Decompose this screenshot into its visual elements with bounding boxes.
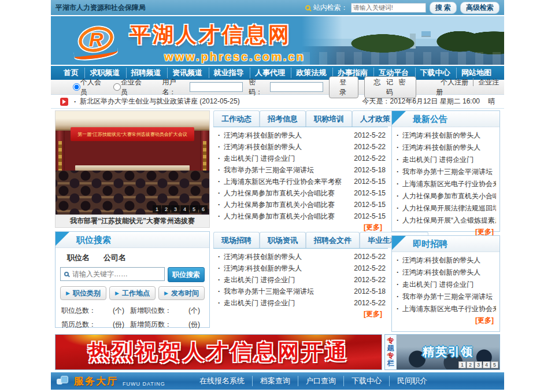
celebration-banner[interactable]: 热烈祝贺人才信息网开通 (55, 334, 382, 370)
announcement-item[interactable]: 上海浦东新区光电子行业协会来平考 (395, 178, 496, 190)
news-tab[interactable]: 工作动态 (213, 110, 260, 127)
instant-recruit-item[interactable]: 走出机关门 进得企业门 (395, 279, 496, 291)
search-icon (305, 5, 310, 10)
news-title[interactable]: 人力社保局参加市直机关小合唱比赛 (224, 210, 349, 222)
job-search-button[interactable]: 职位搜索 (168, 267, 205, 282)
service-link[interactable]: 民间职介 (389, 376, 435, 386)
instant-recruit-item[interactable]: 我市举办第十三期金平湖讲坛 (395, 291, 496, 303)
site-title: 平湖人才信息网 (130, 21, 305, 49)
instant-recruit-item[interactable]: 上海浦东新区光电子行业协会来平考 (395, 303, 496, 315)
news-item[interactable]: 走出机关门 进得企业门 2012-5-22 (216, 297, 386, 309)
news-tab[interactable]: 招聘会文件 (306, 232, 360, 248)
news-item[interactable]: 上海浦东新区光电子行业协会来平考察 2012-5-15 (216, 176, 386, 187)
site-search-input[interactable] (351, 3, 426, 13)
news-tab[interactable]: 职称培训 (306, 110, 352, 127)
conference-photo[interactable]: 第一届“江苏技能状元”大赛常州选拔赛动员会扩大会议 123456 (56, 111, 209, 215)
announcement-item[interactable]: 汪鸿涛:科技创新的带头人 (395, 130, 496, 142)
news-tab[interactable]: 现场招聘 (213, 232, 260, 248)
nav-item[interactable]: 招聘频道 (126, 68, 166, 78)
news-title[interactable]: 汪鸿涛:科技创新的带头人 (224, 141, 349, 153)
slideshow-page-button[interactable]: 5 (190, 205, 198, 213)
service-link[interactable]: 在线报名系统 (192, 376, 252, 386)
nav-item[interactable]: 人事代理 (250, 68, 290, 78)
news-item[interactable]: 汪鸿涛:科技创新的带头人 2012-5-22 (216, 130, 386, 141)
instant-recruit-item[interactable]: 汪鸿涛:科技创新的带头人 (395, 267, 496, 279)
news-title[interactable]: 走出机关门 进得企业门 (224, 274, 349, 286)
nav-item[interactable]: 政策法规 (291, 68, 331, 78)
slideshow-page-button[interactable]: 4 (180, 205, 189, 213)
news-item[interactable]: 走出机关门 进得企业门 2012-5-22 (216, 274, 386, 286)
special-column-banner[interactable]: 专题专栏 精英引领 12345 (384, 334, 500, 370)
news-item[interactable]: 人力社保局参加市直机关小合唱比赛 2012-5-15 (216, 199, 386, 210)
instant-recruit-item[interactable]: 汪鸿涛:科技创新的带头人 (395, 254, 496, 267)
job-filter-button[interactable]: 职位类别 (60, 286, 106, 300)
photo-caption[interactable]: 我市部署“江苏技能状元”大赛常州选拔赛 (56, 215, 209, 227)
news-title[interactable]: 人力社保局参加市直机关小合唱比赛 (224, 199, 349, 210)
nav-item[interactable]: 下载中心 (415, 68, 455, 78)
service-link[interactable]: 户口查询 (298, 376, 343, 386)
service-link[interactable]: 下载中心 (343, 376, 389, 386)
job-search-tab[interactable]: 公司名 (97, 252, 133, 264)
instant-recruit-more-link[interactable]: [更多] (392, 315, 500, 327)
company-member-label[interactable]: 企业会员 (121, 77, 146, 97)
password-field[interactable] (270, 82, 323, 92)
elite-banner-photo[interactable]: 精英引领 12345 (397, 335, 500, 369)
slideshow-page-button[interactable]: 6 (199, 205, 208, 213)
news-item[interactable]: 汪鸿涛:科技创新的带头人 2012-5-22 (216, 141, 386, 153)
news-title[interactable]: 汪鸿涛:科技创新的带头人 (224, 251, 349, 262)
job-filter-button[interactable]: 发布时间 (158, 286, 205, 300)
news-item[interactable]: 汪鸿涛:科技创新的带头人 2012-5-22 (216, 251, 386, 262)
announcement-item[interactable]: 人力社保局开展法律法规巡回培训 (395, 202, 496, 215)
job-search-tab[interactable]: 职位名 (60, 252, 97, 264)
elite-page-button[interactable]: 1 (458, 361, 466, 368)
news-item[interactable]: 走出机关门 进得企业门 2012-5-22 (216, 153, 386, 164)
announcement-item[interactable]: 人力社保局参加市直机关小合唱比赛 (395, 190, 496, 202)
news-tab[interactable]: 职场资讯 (260, 232, 306, 248)
forgot-password-button[interactable]: 忘 记 密 码 (364, 76, 416, 98)
advanced-search-button[interactable]: 高级检索 (460, 2, 500, 14)
nav-item[interactable]: 就业指导 (209, 68, 249, 78)
news-item[interactable]: 我市举办第十三期金平湖讲坛 2012-5-18 (216, 164, 386, 176)
nav-item[interactable]: 求职频道 (84, 68, 124, 78)
login-button[interactable]: 登 录 (329, 76, 358, 98)
company-member-radio[interactable] (113, 83, 121, 91)
news-title[interactable]: 我市举办第十三期金平湖讲坛 (224, 286, 349, 297)
register-link[interactable]: 个人注册 (436, 78, 473, 86)
elite-page-button[interactable]: 4 (483, 361, 490, 368)
recruit-news-more-link[interactable]: [更多] (213, 309, 388, 321)
announcement-item[interactable]: 人力社保局开展“入企锻炼提素质” (395, 215, 496, 227)
service-link[interactable]: 档案查询 (252, 376, 298, 386)
ticker-headline[interactable]: 新北区举办大学生创业与就业政策讲座 (2012-05-25) (80, 97, 240, 106)
slideshow-page-button[interactable]: 2 (162, 205, 171, 213)
news-item[interactable]: 汪鸿涛:科技创新的带头人 2012-5-22 (216, 262, 386, 274)
keyword-input[interactable] (72, 270, 161, 278)
elite-page-button[interactable]: 5 (491, 361, 498, 368)
news-title[interactable]: 走出机关门 进得企业门 (224, 153, 349, 164)
news-tab[interactable]: 招考信息 (260, 110, 306, 127)
elite-page-button[interactable]: 2 (467, 361, 474, 368)
nav-item[interactable]: 资讯频道 (167, 68, 207, 78)
news-title[interactable]: 走出机关门 进得企业门 (224, 297, 349, 309)
nav-item[interactable]: 首页 (59, 68, 83, 78)
personal-member-radio[interactable] (73, 83, 80, 91)
news-item[interactable]: 我市举办第十三期金平湖讲坛 2012-5-18 (216, 286, 386, 297)
slideshow-page-button[interactable]: 1 (153, 205, 161, 213)
job-filter-button[interactable]: 工作地点 (109, 286, 156, 300)
news-item[interactable]: 人力社保局参加市直机关小合唱比赛 2012-5-15 (216, 210, 386, 222)
announcement-item[interactable]: 我市举办第十三期金平湖讲坛 (395, 166, 496, 178)
news-title[interactable]: 汪鸿涛:科技创新的带头人 (224, 262, 349, 274)
news-item[interactable]: 人力社保局参加市直机关小合唱比赛 2012-5-15 (216, 187, 386, 199)
elite-page-button[interactable]: 3 (475, 361, 482, 368)
personal-member-label[interactable]: 个人会员 (80, 77, 106, 97)
slideshow-page-button[interactable]: 3 (171, 205, 180, 213)
announcement-item[interactable]: 走出机关门 进得企业门 (395, 154, 496, 166)
news-title[interactable]: 人力社保局参加市直机关小合唱比赛 (224, 187, 349, 199)
site-search-button[interactable]: 搜 索 (430, 2, 457, 14)
announcement-item[interactable]: 汪鸿涛:科技创新的带头人 (395, 142, 496, 154)
username-field[interactable] (190, 82, 243, 92)
news-title[interactable]: 汪鸿涛:科技创新的带头人 (224, 130, 349, 141)
nav-item[interactable]: 网站地图 (456, 68, 496, 78)
logo-block[interactable]: R 平湖人才信息网 www.phrcsc.com.cn (74, 21, 305, 64)
news-title[interactable]: 我市举办第十三期金平湖讲坛 (224, 164, 349, 176)
news-title[interactable]: 上海浦东新区光电子行业协会来平考察 (224, 176, 349, 187)
